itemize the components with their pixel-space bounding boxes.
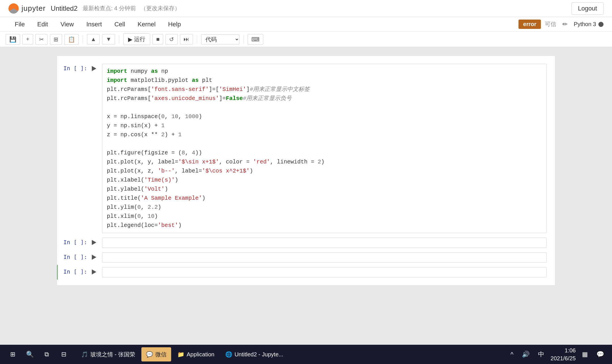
application-folder-icon: 📁	[177, 351, 184, 358]
restart-run-button[interactable]: ⏭	[180, 34, 193, 44]
start-button[interactable]: ⊞	[6, 347, 20, 361]
menu-bar: File Edit View Insert Cell Kernel Help e…	[0, 17, 612, 32]
taskbar-app-jupyter[interactable]: 🌐 Untitled2 - Jupyte...	[221, 347, 288, 361]
wechat-app-label: 微信	[155, 351, 167, 358]
trusted-badge: 可信	[545, 20, 556, 28]
input-method-icon[interactable]: 中	[536, 349, 547, 360]
taskbar-right: ^ 🔊 中 1:06 2021/6/25 ▦ 💬	[508, 346, 606, 362]
cell-1[interactable]: In [ ]: import numpy as np import matplo…	[57, 61, 555, 235]
toolbar: 💾 + ✂ ⊞ 📋 ▲ ▼ ▶ 运行 ■ ↺ ⏭ 代码 Markdown Raw…	[0, 32, 612, 47]
cell-2[interactable]: In [ ]:	[57, 235, 555, 250]
menu-view[interactable]: View	[54, 18, 80, 31]
edit-icon[interactable]: ✏	[560, 20, 570, 29]
run-triangle-icon-2	[92, 240, 96, 245]
jupyter-logo: jupyter	[8, 3, 46, 14]
application-label: Application	[187, 351, 214, 358]
toolbar-separator-4	[243, 35, 244, 44]
move-down-button[interactable]: ▼	[102, 34, 115, 44]
cell-3-run-icon[interactable]	[92, 252, 102, 260]
interrupt-button[interactable]: ■	[152, 34, 163, 44]
cell-type-select[interactable]: 代码 Markdown Raw	[201, 34, 239, 44]
keyboard-shortcuts-button[interactable]: ⌨	[248, 34, 263, 45]
toolbar-separator-2	[119, 35, 119, 44]
cell-4[interactable]: In [ ]:	[57, 265, 555, 280]
copy-button[interactable]: ⊞	[50, 34, 62, 45]
cell-3[interactable]: In [ ]:	[57, 250, 555, 265]
cell-4-prompt: In [ ]:	[58, 267, 92, 275]
logout-button[interactable]: Logout	[571, 2, 604, 15]
menu-edit[interactable]: Edit	[31, 18, 54, 31]
toolbar-separator-3	[197, 35, 197, 44]
cell-2-run-icon[interactable]	[92, 238, 102, 245]
error-badge[interactable]: error	[518, 20, 541, 29]
jupyter-logo-icon	[8, 3, 19, 14]
kernel-status-circle	[598, 22, 604, 27]
volume-icon[interactable]: 🔊	[520, 350, 532, 359]
taskbar-app-application[interactable]: 📁 Application	[173, 347, 219, 361]
clock-date: 2021/6/25	[551, 354, 576, 362]
music-app-icon: 🎵	[81, 351, 88, 358]
jupyter-app-label: Untitled2 - Jupyte...	[235, 351, 283, 358]
menu-cell[interactable]: Cell	[108, 18, 131, 31]
taskbar-left: ⊞ 🔍 ⧉ ⊟ 🎵 玻境之情 - 张国荣 💬 微信 📁 Application	[6, 347, 288, 361]
run-button[interactable]: ▶ 运行	[123, 33, 150, 45]
top-bar: jupyter Untitled2 最新检查点: 4 分钟前 （更改未保存） L…	[0, 0, 612, 17]
menubar-right: error 可信 ✏ Python 3	[518, 20, 604, 29]
menubar-left: File Edit View Insert Cell Kernel Help	[8, 18, 187, 31]
cell-3-prompt: In [ ]:	[58, 252, 92, 260]
save-button[interactable]: 💾	[6, 34, 20, 45]
file-explorer-button[interactable]: ⊟	[57, 347, 71, 361]
run-triangle-icon	[92, 66, 96, 71]
taskbar-app-wechat[interactable]: 💬 微信	[141, 347, 171, 361]
run-icon: ▶	[128, 36, 132, 43]
jupyter-browser-icon: 🌐	[225, 351, 232, 358]
kernel-info: Python 3	[574, 21, 604, 27]
taskbar-apps: 🎵 玻境之情 - 张国荣 💬 微信 📁 Application 🌐 Untitl…	[76, 347, 288, 361]
cell-1-prompt: In [ ]:	[58, 64, 92, 72]
cell-1-input[interactable]: import numpy as np import matplotlib.pyp…	[102, 64, 547, 233]
run-triangle-icon-4	[92, 269, 96, 274]
cut-button[interactable]: ✂	[35, 34, 48, 45]
taskbar-app-music[interactable]: 🎵 玻境之情 - 张国荣	[76, 347, 140, 361]
cell-4-input[interactable]	[102, 267, 547, 277]
menu-file[interactable]: File	[8, 18, 31, 31]
wechat-app-icon: 💬	[146, 351, 153, 358]
topbar-left: jupyter Untitled2 最新检查点: 4 分钟前 （更改未保存）	[8, 3, 180, 14]
cell-4-run-icon[interactable]	[92, 267, 102, 274]
system-clock[interactable]: 1:06 2021/6/25	[551, 346, 576, 362]
search-button[interactable]: 🔍	[23, 347, 37, 361]
paste-button[interactable]: 📋	[64, 34, 79, 45]
notification-center-icon[interactable]: 💬	[594, 350, 606, 359]
run-triangle-icon-3	[92, 255, 96, 260]
cell-1-run-icon[interactable]	[92, 64, 102, 71]
menu-help[interactable]: Help	[162, 18, 187, 31]
jupyter-brand-text: jupyter	[22, 4, 46, 13]
toolbar-separator-1	[83, 35, 83, 44]
menu-kernel[interactable]: Kernel	[131, 18, 162, 31]
task-view-button[interactable]: ⧉	[40, 347, 54, 361]
menu-insert[interactable]: Insert	[80, 18, 108, 31]
im-icon[interactable]: ▦	[580, 350, 590, 359]
cell-2-input[interactable]	[102, 238, 547, 248]
notebook-title[interactable]: Untitled2	[51, 5, 78, 12]
move-up-button[interactable]: ▲	[87, 34, 100, 44]
main-content: In [ ]: import numpy as np import matplo…	[0, 47, 612, 294]
checkpoint-info: 最新检查点: 4 分钟前 （更改未保存）	[83, 5, 180, 12]
restart-button[interactable]: ↺	[165, 34, 178, 45]
cell-2-prompt: In [ ]:	[58, 238, 92, 246]
add-cell-button[interactable]: +	[22, 34, 33, 44]
clock-time: 1:06	[551, 346, 576, 354]
notebook: In [ ]: import numpy as np import matplo…	[57, 56, 555, 286]
taskbar: ⊞ 🔍 ⧉ ⊟ 🎵 玻境之情 - 张国荣 💬 微信 📁 Application	[0, 345, 612, 364]
notification-icon[interactable]: ^	[508, 350, 516, 359]
music-app-label: 玻境之情 - 张国荣	[90, 351, 135, 358]
cell-3-input[interactable]	[102, 252, 547, 263]
